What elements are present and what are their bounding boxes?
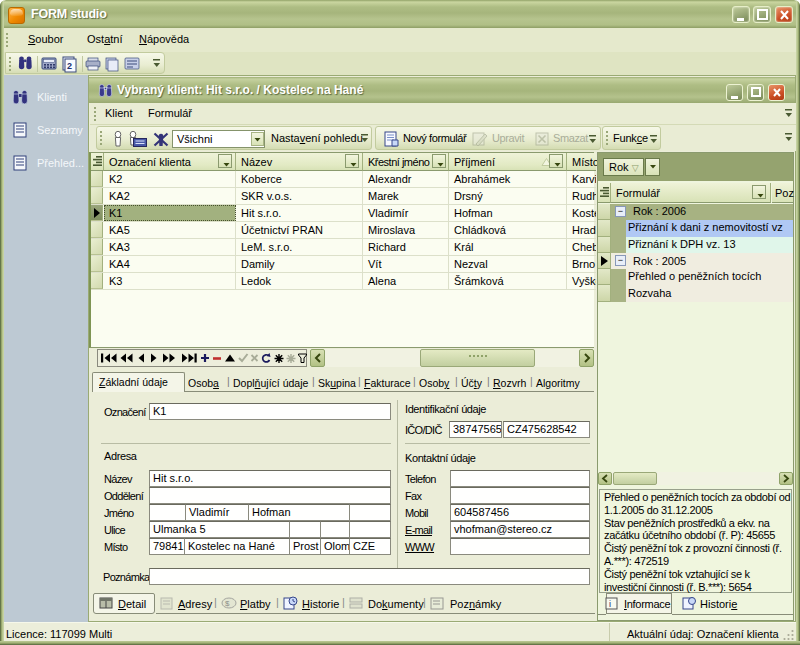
svg-text:$: $ — [225, 599, 230, 608]
svg-text:2: 2 — [67, 61, 72, 71]
svg-text:i: i — [609, 599, 611, 609]
